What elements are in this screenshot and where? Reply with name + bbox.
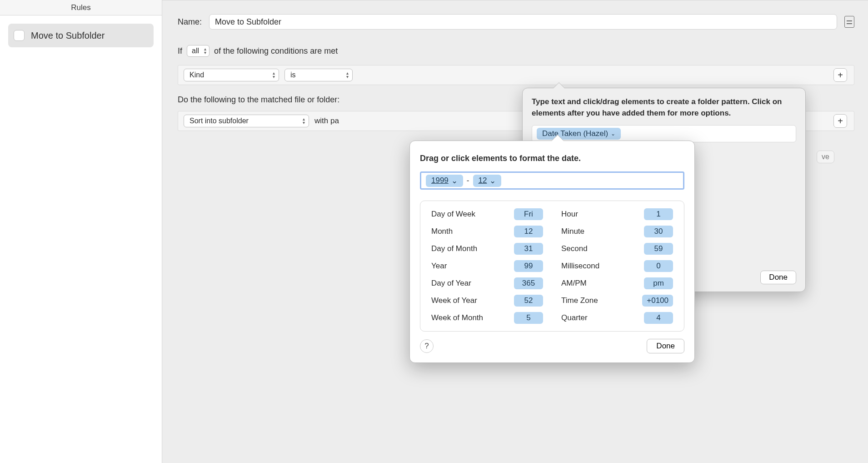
add-action-button[interactable]: + [833, 114, 847, 128]
date-elements-grid: Day of WeekFri Hour1 Month12 Minute30 Da… [420, 201, 684, 332]
dg-label: Week of Year [431, 296, 477, 305]
updown-icon: ▴▾ [346, 71, 349, 79]
dg-chip-second[interactable]: 59 [644, 243, 673, 255]
main-panel: Name: If all ▴▾ of the following conditi… [162, 0, 868, 463]
rule-name-input[interactable] [209, 14, 837, 30]
notes-icon[interactable] [844, 16, 854, 28]
pattern-input[interactable]: Date Taken (Hazel) ⌄ [532, 125, 796, 142]
date-token-year[interactable]: 1999 ⌄ [426, 175, 463, 187]
help-button[interactable]: ? [420, 339, 434, 353]
sidebar: Rules Move to Subfolder [0, 0, 162, 463]
condition-attribute-select[interactable]: Kind ▴▾ [184, 69, 279, 81]
dg-label: Millisecond [561, 262, 599, 271]
dg-chip-year[interactable]: 99 [514, 260, 543, 272]
conditions-suffix: of the following conditions are met [214, 46, 338, 56]
chevron-down-icon: ⌄ [451, 176, 458, 186]
date-format-popover: Drag or click elements to format the dat… [409, 141, 695, 363]
dg-label: AM/PM [561, 279, 587, 288]
updown-icon: ▴▾ [273, 71, 275, 79]
dg-label: Day of Year [431, 279, 471, 288]
dg-chip-week-of-month[interactable]: 5 [514, 312, 543, 324]
if-label: If [178, 46, 182, 56]
date-format-input[interactable]: 1999 ⌄ - 12 ⌄ [420, 171, 684, 190]
chevron-down-icon: ⌄ [489, 176, 496, 186]
dg-chip-day-of-week[interactable]: Fri [514, 208, 543, 220]
dg-label: Hour [561, 210, 578, 219]
dg-label: Day of Week [431, 210, 475, 219]
conditions-mode-select[interactable]: all ▴▾ [187, 45, 210, 57]
date-token-month[interactable]: 12 ⌄ [473, 175, 502, 187]
dg-label: Minute [561, 227, 584, 236]
dg-label: Day of Month [431, 244, 477, 253]
rule-list-item[interactable]: Move to Subfolder [8, 24, 154, 47]
dg-label: Time Zone [561, 296, 598, 305]
pattern-token-date-taken[interactable]: Date Taken (Hazel) ⌄ [537, 128, 621, 140]
rule-enabled-checkbox[interactable] [14, 30, 25, 41]
dg-chip-ampm[interactable]: pm [644, 277, 673, 289]
action-type-select[interactable]: Sort into subfolder ▴▾ [184, 115, 309, 127]
dg-chip-millisecond[interactable]: 0 [644, 260, 673, 272]
chevron-down-icon: ⌄ [611, 131, 615, 137]
dg-chip-month[interactable]: 12 [514, 226, 543, 237]
dg-chip-minute[interactable]: 30 [644, 226, 673, 237]
dg-chip-quarter[interactable]: 4 [644, 312, 673, 324]
dg-label: Second [561, 244, 588, 253]
save-button-clipped[interactable]: ve [817, 151, 834, 163]
dg-chip-hour[interactable]: 1 [644, 208, 673, 220]
dg-chip-day-of-year[interactable]: 365 [514, 277, 543, 289]
dg-label: Year [431, 262, 447, 271]
updown-icon: ▴▾ [303, 117, 305, 125]
add-condition-button[interactable]: + [833, 68, 847, 82]
pattern-popover-desc: Type text and click/drag elements to cre… [532, 96, 796, 119]
dg-label: Quarter [561, 313, 588, 322]
dg-label: Month [431, 227, 453, 236]
dg-chip-day-of-month[interactable]: 31 [514, 243, 543, 255]
rule-label: Move to Subfolder [31, 30, 105, 41]
date-separator: - [467, 176, 469, 185]
date-done-button[interactable]: Done [647, 339, 684, 353]
dg-chip-week-of-year[interactable]: 52 [514, 295, 543, 307]
name-label: Name: [178, 17, 202, 27]
updown-icon: ▴▾ [204, 47, 206, 55]
pattern-done-button[interactable]: Done [760, 271, 796, 284]
dg-label: Week of Month [431, 313, 483, 322]
condition-operator-select[interactable]: is ▴▾ [284, 69, 353, 81]
date-popover-desc: Drag or click elements to format the dat… [420, 153, 684, 164]
dg-chip-timezone[interactable]: +0100 [642, 295, 673, 307]
action-with-label: with pa [314, 116, 339, 126]
condition-row: Kind ▴▾ is ▴▾ [178, 65, 854, 85]
sidebar-header: Rules [0, 0, 162, 15]
